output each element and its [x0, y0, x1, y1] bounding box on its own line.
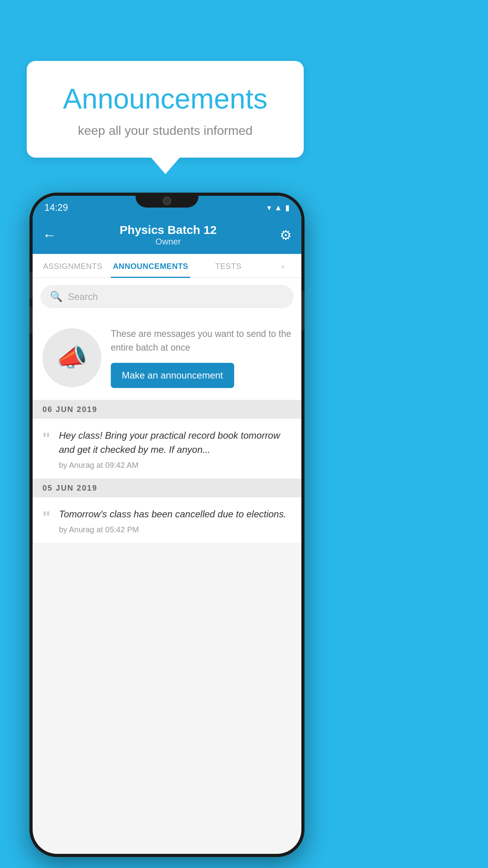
- search-input[interactable]: 🔍 Search: [40, 285, 294, 308]
- announcement-item-1[interactable]: " Hey class! Bring your practical record…: [33, 419, 301, 479]
- phone-screen: 14:29 ▾ ▲ ▮ ← Physics Batch 12 Owner ⚙ A…: [33, 196, 301, 854]
- tab-announcements[interactable]: ANNOUNCEMENTS: [111, 254, 190, 277]
- announcement-text-1: Hey class! Bring your practical record b…: [59, 428, 292, 457]
- make-announcement-button[interactable]: Make an announcement: [111, 363, 234, 388]
- volume-down-button[interactable]: [29, 307, 33, 334]
- wifi-icon: ▾: [267, 203, 271, 212]
- search-icon: 🔍: [50, 291, 62, 303]
- date-separator-2: 05 JUN 2019: [33, 479, 301, 497]
- announcement-meta-1: by Anurag at 09:42 AM: [59, 461, 292, 470]
- header-subtitle: Owner: [120, 237, 217, 247]
- app-header: ← Physics Batch 12 Owner ⚙: [33, 216, 301, 254]
- tab-assignments[interactable]: ASSIGNMENTS: [35, 254, 111, 277]
- bubble-subtitle: keep all your students informed: [46, 123, 284, 138]
- announcement-content-2: Tomorrow's class has been cancelled due …: [59, 507, 292, 534]
- search-placeholder: Search: [68, 291, 98, 302]
- status-time: 14:29: [44, 202, 68, 213]
- announcement-content-1: Hey class! Bring your practical record b…: [59, 428, 292, 470]
- phone-notch: [136, 193, 198, 208]
- date-separator-1: 06 JUN 2019: [33, 400, 301, 419]
- promo-icon-circle: 📣: [42, 328, 101, 387]
- tabs-bar: ASSIGNMENTS ANNOUNCEMENTS TESTS ›: [33, 254, 301, 278]
- battery-icon: ▮: [285, 203, 290, 212]
- gear-icon[interactable]: ⚙: [280, 227, 292, 243]
- quote-icon-1: ": [42, 430, 50, 447]
- announcement-item-2[interactable]: " Tomorrow's class has been cancelled du…: [33, 497, 301, 543]
- megaphone-icon: 📣: [56, 343, 88, 372]
- announcement-meta-2: by Anurag at 05:42 PM: [59, 525, 292, 534]
- speech-bubble: Announcements keep all your students inf…: [27, 61, 304, 158]
- promo-section: 📣 These are messages you want to send to…: [33, 315, 301, 400]
- search-container: 🔍 Search: [33, 278, 301, 315]
- promo-description: These are messages you want to send to t…: [111, 327, 292, 354]
- tab-more[interactable]: ›: [266, 254, 299, 277]
- volume-up-button[interactable]: [29, 271, 33, 299]
- phone-frame: 14:29 ▾ ▲ ▮ ← Physics Batch 12 Owner ⚙ A…: [29, 193, 305, 857]
- signal-icon: ▲: [274, 203, 282, 212]
- announcement-text-2: Tomorrow's class has been cancelled due …: [59, 507, 292, 521]
- tab-tests[interactable]: TESTS: [190, 254, 266, 277]
- back-button[interactable]: ←: [42, 227, 57, 243]
- header-center: Physics Batch 12 Owner: [120, 223, 217, 247]
- promo-content: These are messages you want to send to t…: [111, 327, 292, 388]
- phone-camera: [163, 197, 171, 205]
- quote-icon-2: ": [42, 509, 50, 526]
- status-icons: ▾ ▲ ▮: [267, 203, 290, 212]
- bubble-title: Announcements: [46, 83, 284, 115]
- header-title: Physics Batch 12: [120, 223, 217, 237]
- power-button[interactable]: [301, 291, 305, 330]
